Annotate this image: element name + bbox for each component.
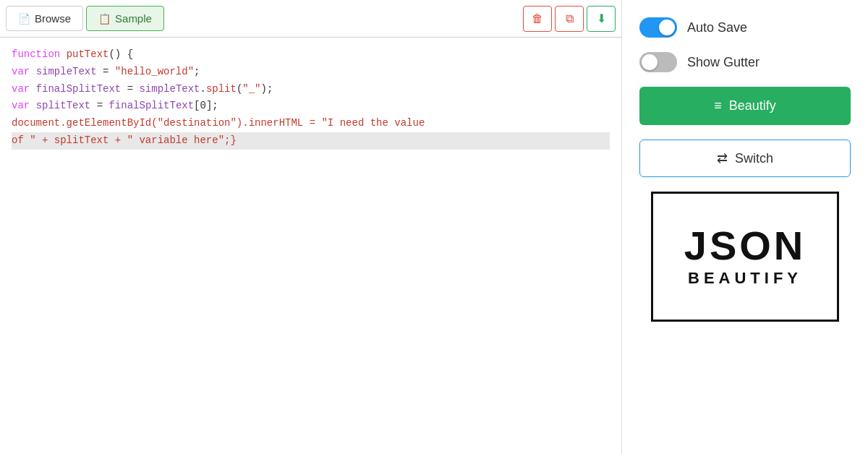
logo-json-text: JSON (684, 226, 807, 266)
tab-browse[interactable]: 📄 Browse (6, 6, 83, 31)
delete-button[interactable]: 🗑 (523, 6, 552, 32)
show-gutter-label: Show Gutter (687, 55, 760, 70)
tabs-bar: 📄 Browse 📋 Sample 🗑 ⧉ ⬇ (0, 0, 621, 38)
code-line-2: var simpleText = "hello_world"; (12, 64, 610, 81)
code-line-6: of " + splitText + " variable here";} (12, 132, 610, 150)
tab-browse-label: Browse (35, 12, 71, 25)
auto-save-toggle[interactable] (639, 17, 677, 38)
switch-button[interactable]: ⇄ Switch (639, 140, 851, 177)
code-line-3: var finalSplitText = simpleText.split("_… (12, 81, 610, 98)
tab-sample[interactable]: 📋 Sample (86, 6, 164, 31)
show-gutter-row: Show Gutter (639, 52, 851, 72)
switch-label: Switch (735, 151, 773, 166)
right-panel: Auto Save Show Gutter ≡ Beautify ⇄ Switc… (622, 0, 868, 454)
logo-box: JSON BEAUTIFY (651, 192, 839, 322)
copy-icon: ⧉ (566, 12, 574, 25)
sample-icon: 📋 (98, 13, 111, 25)
toolbar-icons: 🗑 ⧉ ⬇ (523, 6, 616, 32)
code-line-1: function putText() { (12, 46, 610, 64)
auto-save-label: Auto Save (687, 20, 747, 35)
code-editor[interactable]: function putText() { var simpleText = "h… (0, 38, 621, 454)
beautify-button[interactable]: ≡ Beautify (639, 87, 851, 125)
beautify-icon: ≡ (714, 98, 722, 113)
copy-button[interactable]: ⧉ (555, 6, 584, 32)
beautify-label: Beautify (729, 98, 776, 113)
code-line-4: var splitText = finalSplitText[0]; (12, 98, 610, 115)
auto-save-row: Auto Save (639, 17, 851, 38)
delete-icon: 🗑 (532, 12, 543, 25)
download-icon: ⬇ (597, 12, 606, 25)
show-gutter-toggle[interactable] (639, 52, 677, 72)
code-line-5: document.getElementById("destination").i… (12, 115, 610, 132)
tab-sample-label: Sample (115, 12, 152, 25)
logo-beautify-text: BEAUTIFY (688, 269, 802, 288)
left-panel: 📄 Browse 📋 Sample 🗑 ⧉ ⬇ function putText… (0, 0, 622, 454)
download-button[interactable]: ⬇ (587, 6, 616, 32)
browse-icon: 📄 (18, 13, 30, 25)
switch-icon: ⇄ (717, 150, 728, 166)
